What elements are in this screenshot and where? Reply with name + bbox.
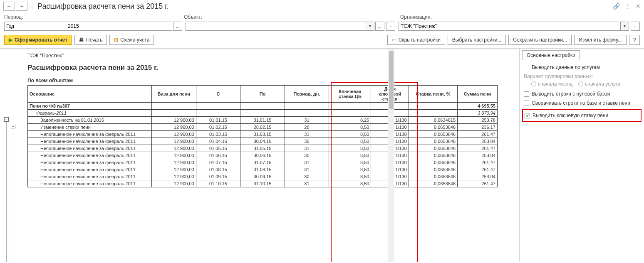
report-subtitle: По всем объектам bbox=[27, 78, 515, 84]
year-input[interactable] bbox=[66, 22, 172, 31]
table-row: Изменение ставки пени12 900,0001.02.1528… bbox=[28, 124, 498, 131]
settings-panel-icon: ▭ bbox=[392, 37, 396, 43]
play-icon: ▶ bbox=[9, 37, 12, 43]
header-to: По bbox=[240, 86, 285, 103]
hide-settings-button[interactable]: ▭ Скрыть настройки bbox=[387, 35, 445, 45]
collapse-level1-button[interactable]: − bbox=[4, 117, 9, 122]
print-button[interactable]: 🖶 Печать bbox=[74, 35, 107, 45]
object-open-button[interactable]: ▫ bbox=[386, 22, 395, 31]
period-label: Период: bbox=[4, 14, 184, 20]
forward-button[interactable]: → bbox=[16, 2, 27, 11]
help-button[interactable]: ? bbox=[629, 35, 640, 45]
choose-settings-button[interactable]: Выбрать настройки... bbox=[448, 35, 506, 45]
settings-tab[interactable]: Основные настройки bbox=[522, 50, 580, 60]
org-open-button[interactable]: ▫ bbox=[631, 22, 640, 31]
save-settings-button[interactable]: Сохранить настройки... bbox=[508, 35, 572, 45]
link-icon[interactable]: 🔗 bbox=[613, 3, 620, 10]
label-by-services: Выводить данные по услугам bbox=[532, 64, 600, 70]
change-form-button[interactable]: Изменить форму... bbox=[574, 35, 627, 45]
report-table: Основание База для пени С По Период, дн.… bbox=[27, 85, 498, 187]
header-base: База для пени bbox=[152, 86, 196, 103]
table-row: Задолженность на 01.01.201512 900,0001.0… bbox=[28, 117, 498, 124]
org-input[interactable] bbox=[399, 22, 621, 31]
checkbox-by-services[interactable] bbox=[524, 65, 529, 70]
label-zero-base: Выводить строки с нулевой базой bbox=[532, 91, 610, 97]
radio-month-first bbox=[531, 81, 536, 86]
org-label: Организация: bbox=[400, 14, 432, 20]
window-title: Расшифровка расчета пени за 2015 г. bbox=[37, 2, 169, 11]
object-picker-button[interactable]: ... bbox=[375, 22, 384, 31]
label-key-rate: Выводить ключевую ставку пени bbox=[533, 113, 608, 118]
header-rate-peni: Ставка пени, % bbox=[409, 86, 457, 103]
header-period: Период, дн. bbox=[285, 86, 329, 103]
object-input[interactable] bbox=[186, 22, 366, 31]
outline-gutter: − − bbox=[0, 49, 23, 262]
table-row: Непогашенное начисление за февраль 20111… bbox=[28, 138, 498, 145]
report-org: ТСЖ "Престиж" bbox=[27, 53, 515, 59]
table-row: Непогашенное начисление за февраль 20111… bbox=[28, 173, 498, 180]
more-icon[interactable]: ⋮ bbox=[625, 3, 631, 10]
label-collapse: Сворачивать строки по базе и ставке пени bbox=[532, 100, 630, 106]
radio-service-first bbox=[578, 81, 583, 86]
printer-icon: 🖶 bbox=[79, 37, 84, 43]
close-icon[interactable]: ✕ bbox=[636, 3, 641, 10]
table-row: Непогашенное начисление за февраль 20111… bbox=[28, 145, 498, 152]
scheme-icon: ⊞ bbox=[114, 37, 118, 43]
table-subgroup-row: Февраль-2011 3 070,94 bbox=[28, 110, 498, 117]
checkbox-zero-base[interactable] bbox=[524, 91, 529, 97]
group-variant-label: Вариант группировки данных: bbox=[524, 74, 640, 79]
header-basis: Основание bbox=[28, 86, 152, 103]
favorite-icon[interactable]: ☆ bbox=[28, 2, 34, 10]
back-button[interactable]: ← bbox=[3, 2, 15, 11]
period-type-input[interactable] bbox=[4, 22, 71, 31]
collapse-level2-button[interactable]: − bbox=[11, 124, 15, 128]
table-group-row: Пени по ФЗ №307 4 695,55 bbox=[28, 103, 498, 110]
report-title: Расшифровка расчета пени за 2015 г. bbox=[27, 64, 515, 72]
year-picker-button[interactable]: ... bbox=[173, 22, 182, 31]
table-row: Непогашенное начисление за февраль 20111… bbox=[28, 152, 498, 159]
checkbox-key-rate[interactable] bbox=[525, 113, 530, 118]
header-from: С bbox=[196, 86, 240, 103]
header-sum: Сумма пени bbox=[458, 86, 498, 103]
table-row: Непогашенное начисление за февраль 20111… bbox=[28, 131, 498, 138]
accounting-scheme-button[interactable]: ⊞ Схема учета bbox=[109, 35, 154, 45]
vertical-scrollbar[interactable] bbox=[388, 49, 394, 262]
table-row: Непогашенное начисление за февраль 20111… bbox=[28, 180, 498, 187]
checkbox-collapse[interactable] bbox=[524, 101, 529, 106]
org-dropdown[interactable]: ▼ bbox=[621, 22, 629, 31]
header-rate-cb: Ключевая ставка ЦБ bbox=[329, 86, 371, 103]
object-dropdown[interactable]: ▼ bbox=[366, 22, 374, 31]
generate-report-button[interactable]: ▶ Сформировать отчет bbox=[4, 35, 72, 45]
object-label: Объект: bbox=[184, 14, 400, 20]
table-row: Непогашенное начисление за февраль 20111… bbox=[28, 166, 498, 173]
table-row: Непогашенное начисление за февраль 20111… bbox=[28, 159, 498, 166]
